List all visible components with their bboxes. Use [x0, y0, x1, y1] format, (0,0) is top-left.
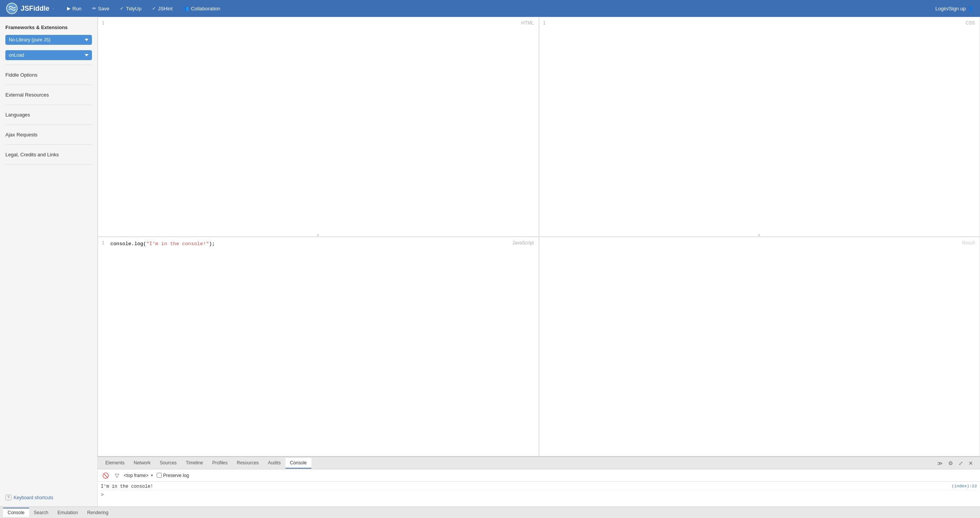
expand-button[interactable]: ⤢	[957, 459, 965, 467]
sidebar-divider-4	[5, 125, 92, 125]
css-editor[interactable]	[539, 17, 980, 236]
preserve-log-checkbox[interactable]	[157, 473, 162, 478]
tab-resources[interactable]: Resources	[232, 458, 263, 469]
tidyup-button[interactable]: ✓ TidyUp	[116, 3, 145, 14]
library-select[interactable]: No-Library (pure JS) jQuery Prototype Mo…	[5, 35, 92, 45]
jshint-button[interactable]: ✓ JSHint	[148, 3, 176, 14]
run-label: Run	[72, 6, 82, 11]
frame-label: <top frame>	[124, 473, 149, 478]
tab-console[interactable]: Console	[285, 458, 311, 469]
console-line-source: (index):22	[952, 484, 977, 488]
tab-resources-label: Resources	[237, 460, 259, 466]
sidebar-item-legal[interactable]: Legal, Credits and Links	[0, 148, 97, 161]
sidebar-divider-1	[5, 65, 92, 65]
html-line-num: 1	[102, 20, 105, 26]
run-button[interactable]: ▶ Run	[63, 3, 85, 14]
jshint-icon: ✓	[152, 6, 156, 11]
console-output: I'm in the console! (index):22	[98, 482, 980, 507]
tab-network-label: Network	[134, 460, 151, 466]
console-line: I'm in the console! (index):22	[101, 483, 977, 490]
library-select-wrap: No-Library (pure JS) jQuery Prototype Mo…	[0, 33, 97, 46]
settings-button[interactable]: ⚙	[947, 459, 955, 467]
load-select-wrap: onLoad onDomReady No wrap - in <head> No…	[0, 49, 97, 62]
js-panel[interactable]: 1 JavaScript console.log("I'm in the con…	[98, 237, 539, 457]
user-icon: 👤	[968, 6, 974, 11]
close-devtools-button[interactable]: ✕	[967, 459, 975, 467]
collab-icon: 👥	[183, 6, 189, 11]
tidy-label: TidyUp	[126, 6, 141, 11]
devtools-toolbar: 🚫 ▽ <top frame> ▾ Preserve log	[98, 469, 980, 482]
tab-sources[interactable]: Sources	[155, 458, 181, 469]
frame-select-wrap: <top frame> ▾	[124, 472, 154, 478]
frameworks-title: Frameworks & Extensions	[0, 21, 97, 33]
tab-profiles-label: Profiles	[212, 460, 228, 466]
result-panel[interactable]: Result	[539, 237, 980, 457]
sidebar-item-external-resources[interactable]: External Resources	[0, 88, 97, 102]
tab-profiles[interactable]: Profiles	[208, 458, 232, 469]
run-icon: ▶	[67, 6, 70, 11]
sidebar-item-fiddle-options[interactable]: Fiddle Options	[0, 68, 97, 82]
bottom-tab-rendering[interactable]: Rendering	[82, 508, 113, 517]
devtools-actions: ≫ ⚙ ⤢ ✕	[933, 459, 977, 467]
collab-label: Collaboration	[191, 6, 220, 11]
tidyup-icon: ✓	[120, 6, 124, 11]
preserve-log-label: Preserve log	[163, 473, 189, 478]
bottom-tab-console-label: Console	[8, 510, 25, 515]
tab-elements-label: Elements	[105, 460, 125, 466]
sidebar-item-ajax-requests[interactable]: Ajax Requests	[0, 128, 97, 141]
html-editor[interactable]	[98, 17, 539, 236]
console-input[interactable]	[101, 498, 969, 503]
tab-timeline[interactable]: Timeline	[181, 458, 208, 469]
devtools-tabs: Elements Network Sources Timeline Profil…	[98, 457, 980, 469]
filter-icon[interactable]: ▽	[113, 472, 121, 479]
header: JSFiddle ◦ ▶ Run ✏ Save ✓ TidyUp ✓ JSHin…	[0, 0, 980, 17]
tab-audits-label: Audits	[268, 460, 280, 466]
tab-network[interactable]: Network	[129, 458, 155, 469]
login-button[interactable]: Login/Sign up 👤	[935, 6, 974, 11]
bottom-tab-emulation[interactable]: Emulation	[53, 508, 82, 517]
html-resize-handle[interactable]	[313, 234, 324, 236]
save-icon: ✏	[92, 6, 96, 11]
sidebar-divider-2	[5, 85, 92, 85]
console-line-text: I'm in the console!	[101, 484, 153, 489]
console-prompt[interactable]	[101, 490, 977, 505]
sidebar-item-languages[interactable]: Languages	[0, 108, 97, 121]
svg-point-0	[7, 3, 17, 14]
bottom-tab-rendering-label: Rendering	[87, 510, 108, 515]
css-panel[interactable]: 1 CSS	[539, 17, 980, 237]
keyboard-shortcuts-label: Keyboard shortcuts	[14, 495, 53, 500]
logo-sub: ◦	[52, 6, 54, 11]
sidebar-bottom: ? Keyboard shortcuts	[0, 491, 97, 507]
load-select[interactable]: onLoad onDomReady No wrap - in <head> No…	[5, 50, 92, 60]
editor-panels: 1 HTML 1 CSS 1 JavaScript console.log("I…	[98, 17, 980, 456]
result-area	[539, 237, 980, 456]
html-panel[interactable]: 1 HTML	[98, 17, 539, 237]
css-resize-handle[interactable]	[754, 234, 765, 236]
sidebar-divider-3	[5, 105, 92, 105]
frame-dropdown-button[interactable]: ▾	[150, 472, 154, 478]
no-entry-icon[interactable]: 🚫	[101, 472, 110, 479]
code-keyword: console.log(	[110, 241, 146, 247]
code-keyword-close: );	[209, 241, 215, 247]
save-label: Save	[98, 6, 110, 11]
keyboard-shortcuts-link[interactable]: ? Keyboard shortcuts	[5, 495, 92, 500]
js-editor[interactable]: console.log("I'm in the console!");	[98, 237, 539, 456]
bottom-tab-search-label: Search	[34, 510, 48, 515]
css-line-num: 1	[543, 20, 546, 26]
tab-audits[interactable]: Audits	[263, 458, 285, 469]
bottom-tab-search[interactable]: Search	[29, 508, 53, 517]
collaboration-button[interactable]: 👥 Collaboration	[179, 3, 224, 14]
devtools: Elements Network Sources Timeline Profil…	[98, 456, 980, 507]
tab-timeline-label: Timeline	[186, 460, 203, 466]
tab-sources-label: Sources	[160, 460, 177, 466]
bottom-tab-emulation-label: Emulation	[57, 510, 78, 515]
tab-elements[interactable]: Elements	[101, 458, 129, 469]
main-area: Frameworks & Extensions No-Library (pure…	[0, 17, 980, 507]
bottom-tab-console[interactable]: Console	[3, 508, 29, 517]
sidebar: Frameworks & Extensions No-Library (pure…	[0, 17, 98, 507]
execute-button[interactable]: ≫	[936, 459, 944, 467]
code-string: "I'm in the console!"	[146, 241, 209, 247]
js-line-num: 1	[102, 240, 105, 246]
save-button[interactable]: ✏ Save	[88, 3, 113, 14]
sidebar-divider-6	[5, 164, 92, 165]
